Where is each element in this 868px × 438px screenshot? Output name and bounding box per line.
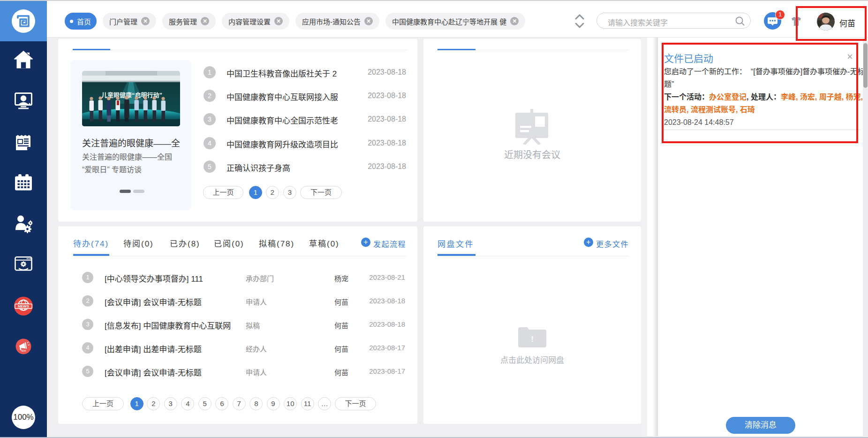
- svg-text:NEW: NEW: [21, 350, 26, 352]
- svg-text:!: !: [531, 335, 534, 344]
- svg-text:NEWS: NEWS: [18, 304, 30, 308]
